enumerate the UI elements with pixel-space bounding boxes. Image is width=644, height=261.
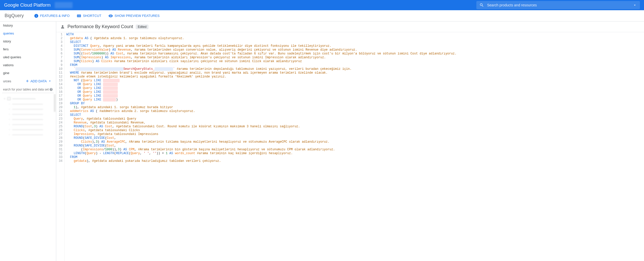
keyboard-icon: [77, 14, 81, 18]
shortcut-button[interactable]: SHORTCUT: [77, 14, 101, 18]
sidebar-item[interactable]: fers: [0, 45, 56, 53]
code-area[interactable]: WITH getdata AS ( #getdata adında 1. sor…: [65, 33, 456, 261]
search-input[interactable]: [487, 3, 630, 7]
tree-dataset[interactable]: ——————————: [2, 122, 54, 127]
global-search[interactable]: [476, 1, 640, 9]
chevron-right-icon: [8, 118, 11, 121]
eye-icon: [108, 14, 113, 18]
sidebar-item[interactable]: history: [0, 21, 56, 29]
chevron-right-icon: [8, 108, 11, 110]
resource-tree[interactable]: ——————— ————————————————————————————————…: [0, 94, 56, 261]
chevron-right-icon: [8, 128, 11, 131]
sidebar-item[interactable]: vations: [0, 61, 56, 69]
query-title-row: Performance By Keyword Count Edited: [56, 21, 644, 32]
edited-badge: Edited: [136, 25, 148, 29]
gcp-header: Google Cloud Platform: [0, 0, 644, 10]
line-gutter: 1234567891011121314151617181920212223242…: [56, 33, 65, 261]
sidebar-item[interactable]: istory: [0, 37, 56, 45]
chevron-right-icon: [8, 113, 11, 116]
dropdown-icon: [48, 79, 52, 83]
sidebar-item[interactable]: gine: [0, 69, 56, 77]
sidebar-item[interactable]: uled queries: [0, 53, 56, 61]
tree-dataset[interactable]: ——————————: [2, 101, 54, 107]
product-name: BigQuery: [3, 13, 24, 18]
resource-search-input[interactable]: [2, 86, 54, 93]
platform-title: Google Cloud Platform: [4, 3, 51, 8]
resource-search[interactable]: [2, 86, 54, 93]
info-icon: [34, 14, 39, 18]
project-icon: [7, 97, 11, 100]
scrollbar[interactable]: [54, 94, 55, 112]
tree-dataset[interactable]: ——————————: [2, 132, 54, 137]
chevron-right-icon: [8, 103, 11, 105]
add-data-button[interactable]: ADD DATA: [25, 79, 53, 83]
sql-editor[interactable]: 1234567891011121314151617181920212223242…: [56, 32, 644, 261]
features-info-button[interactable]: FEATURES & INFO: [34, 14, 70, 18]
search-icon: [479, 3, 484, 7]
person-icon: [60, 25, 65, 29]
tree-project[interactable]: ———————: [2, 96, 54, 101]
preview-features-button[interactable]: SHOW PREVIEW FEATURES: [108, 14, 159, 18]
tree-dataset[interactable]: ——————————: [2, 117, 54, 122]
help-icon: [49, 88, 53, 91]
main-panel: Performance By Keyword Count Edited 1234…: [56, 21, 644, 261]
resources-label: urces: [3, 79, 11, 83]
tree-dataset[interactable]: ——————————: [2, 112, 54, 117]
tree-dataset[interactable]: ——————————: [2, 127, 54, 132]
chevron-down-icon: [3, 97, 6, 100]
sidebar: historyqueriesistoryfersuled queriesvati…: [0, 21, 56, 261]
sidebar-item[interactable]: queries: [0, 29, 56, 37]
chevron-right-icon: [8, 133, 11, 136]
product-bar: BigQuery FEATURES & INFO SHORTCUT SHOW P…: [0, 10, 644, 21]
plus-icon: [25, 79, 29, 83]
chevron-right-icon: [8, 123, 11, 126]
project-selector-redacted[interactable]: [55, 2, 73, 8]
chevron-down-icon[interactable]: [633, 3, 637, 7]
tree-dataset[interactable]: ——————————: [2, 107, 54, 112]
query-title: Performance By Keyword Count: [67, 24, 133, 29]
